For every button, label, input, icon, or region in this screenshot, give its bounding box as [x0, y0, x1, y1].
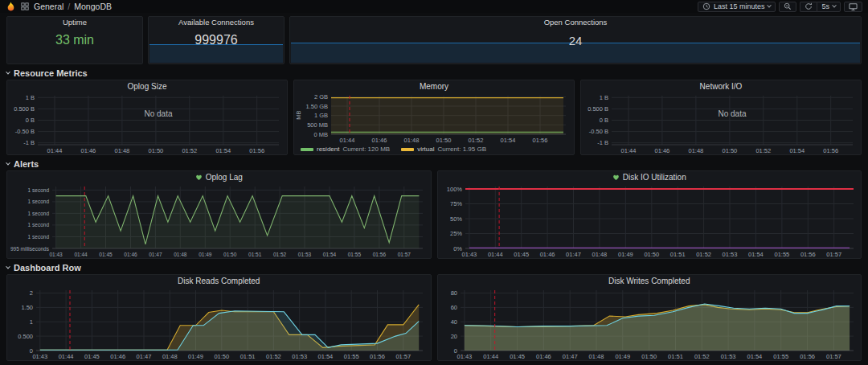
svg-text:0.500 B: 0.500 B — [588, 105, 608, 113]
breadcrumb-folder[interactable]: General — [34, 2, 63, 11]
kiosk-mode-button[interactable] — [844, 2, 862, 12]
time-range-label: Last 15 minutes — [714, 3, 765, 10]
svg-text:0 B: 0 B — [600, 117, 608, 124]
disk-writes-chart[interactable]: 80604020001:4301:4401:4501:4601:4701:480… — [438, 286, 862, 360]
svg-text:01:55: 01:55 — [348, 252, 362, 257]
svg-text:01:49: 01:49 — [618, 251, 633, 258]
svg-text:01:46: 01:46 — [81, 147, 96, 154]
disk-reads-chart[interactable]: 21.5010.500001:4301:4401:4501:4601:4701:… — [7, 286, 431, 360]
alert-ok-heart-icon — [195, 174, 203, 181]
panel-oplog-size: Oplog Size 1 B0.500 B0 B-0.50 B-1 B01:44… — [6, 80, 288, 155]
svg-text:01:51: 01:51 — [669, 251, 685, 258]
chevron-down-icon — [6, 70, 10, 75]
svg-text:01:53: 01:53 — [720, 353, 735, 360]
svg-text:50%: 50% — [449, 215, 461, 223]
panel-title-text: Disk Writes Completed — [608, 277, 690, 285]
panel-title-oplog-size[interactable]: Oplog Size — [7, 80, 287, 92]
zoom-out-button[interactable] — [779, 2, 796, 12]
svg-text:1.50 GB: 1.50 GB — [305, 103, 328, 110]
svg-text:01:57: 01:57 — [826, 353, 841, 360]
panel-title-memory[interactable]: Memory — [294, 80, 574, 92]
panel-title-text: Oplog Size — [128, 82, 167, 91]
svg-text:01:51: 01:51 — [248, 252, 262, 257]
svg-text:01:54: 01:54 — [318, 353, 334, 360]
svg-text:01:54: 01:54 — [215, 147, 231, 154]
series-color-dash — [401, 148, 414, 151]
panel-title-disk-io-utilization[interactable]: Disk IO Utilization — [438, 171, 862, 182]
svg-text:01:43: 01:43 — [32, 353, 47, 360]
panel-title-network-io[interactable]: Network I/O — [581, 80, 861, 92]
panel-title-disk-reads[interactable]: Disk Reads Completed — [7, 275, 431, 286]
svg-text:01:55: 01:55 — [774, 251, 789, 258]
svg-text:01:49: 01:49 — [188, 353, 203, 360]
panel-oplog-lag: Oplog Lag 1 second1 second1 second1 seco… — [6, 170, 432, 259]
series-current-value: Current: 1.95 GB — [438, 146, 486, 153]
svg-text:01:46: 01:46 — [655, 147, 670, 154]
panel-available-connections: Available Connections 999976 — [148, 16, 285, 64]
svg-text:01:44: 01:44 — [621, 147, 637, 154]
svg-text:01:57: 01:57 — [398, 252, 411, 257]
row-toggle-resource-metrics[interactable]: Resource Metrics — [6, 68, 862, 78]
svg-text:No data: No data — [718, 109, 746, 118]
grafana-logo-icon[interactable] — [6, 2, 16, 12]
memory-chart[interactable]: 2 GB1.50 GB1 GB500 MB0 MB01:4401:4601:48… — [294, 92, 574, 144]
dashboard: Uptime 33 min Available Connections 9999… — [0, 13, 868, 361]
breadcrumb-separator: / — [68, 2, 70, 11]
refresh-button[interactable] — [800, 2, 817, 12]
network-io-chart[interactable]: 1 B0.500 B0 B-0.50 B-1 B01:4401:4601:480… — [581, 92, 861, 154]
svg-text:2: 2 — [30, 289, 33, 297]
alert-ok-heart-icon — [612, 174, 620, 181]
legend-item-virtual[interactable]: virtual Current: 1.95 GB — [401, 146, 486, 153]
svg-text:No data: No data — [144, 109, 172, 118]
legend-item-resident[interactable]: resident Current: 120 MB — [301, 146, 390, 153]
zoom-out-icon — [784, 2, 792, 10]
svg-text:01:52: 01:52 — [182, 147, 197, 154]
chevron-down-icon — [6, 161, 10, 166]
row-toggle-alerts[interactable]: Alerts — [6, 159, 862, 169]
time-range-picker[interactable]: Last 15 minutes — [698, 2, 776, 12]
svg-text:01:45: 01:45 — [99, 252, 113, 257]
row-title: Alerts — [14, 159, 39, 169]
panel-title-oplog-lag[interactable]: Oplog Lag — [7, 171, 431, 182]
oplog-size-chart[interactable]: 1 B0.500 B0 B-0.50 B-1 B01:4401:4601:480… — [7, 92, 287, 154]
svg-text:0.500: 0.500 — [18, 333, 33, 340]
stat-value: 999976 — [149, 17, 284, 64]
svg-text:01:44: 01:44 — [340, 137, 355, 144]
panel-title-disk-writes[interactable]: Disk Writes Completed — [438, 275, 862, 286]
svg-text:01:50: 01:50 — [436, 137, 452, 144]
alerts-panels: Oplog Lag 1 second1 second1 second1 seco… — [6, 170, 862, 259]
svg-text:0.500 B: 0.500 B — [14, 105, 35, 113]
svg-text:995 milliseconds: 995 milliseconds — [10, 246, 50, 252]
svg-text:01:56: 01:56 — [800, 251, 815, 258]
chevron-down-icon — [768, 3, 772, 8]
svg-text:01:50: 01:50 — [149, 147, 164, 154]
svg-text:01:53: 01:53 — [292, 353, 307, 360]
memory-legend: resident Current: 120 MB virtual Current… — [294, 144, 574, 154]
svg-text:01:56: 01:56 — [800, 353, 815, 360]
svg-text:01:47: 01:47 — [137, 353, 152, 360]
dashboards-grid-icon[interactable] — [21, 2, 29, 10]
refresh-interval-picker[interactable]: 5s — [817, 2, 841, 12]
dashboard-row-panels: Disk Reads Completed 21.5010.500001:4301… — [6, 274, 862, 361]
svg-text:01:44: 01:44 — [487, 251, 502, 258]
svg-text:01:45: 01:45 — [84, 353, 100, 360]
panel-title-text: Disk IO Utilization — [623, 173, 686, 182]
disk-io-utilization-chart[interactable]: 100%75%50%25%0%01:4301:4401:4501:4601:47… — [438, 182, 862, 258]
svg-text:1 second: 1 second — [28, 211, 50, 216]
panel-uptime: Uptime 33 min — [6, 16, 143, 64]
oplog-lag-chart[interactable]: 1 second1 second1 second1 second1 second… — [7, 182, 431, 258]
svg-text:01:56: 01:56 — [370, 353, 385, 360]
svg-text:40: 40 — [450, 318, 457, 326]
svg-text:01:55: 01:55 — [344, 353, 359, 360]
stat-value: 24 — [290, 17, 861, 64]
svg-text:01:43: 01:43 — [457, 353, 472, 360]
svg-text:20: 20 — [450, 333, 457, 340]
breadcrumb-dashboard[interactable]: MongoDB — [74, 2, 112, 11]
svg-text:01:55: 01:55 — [773, 353, 788, 360]
svg-text:01:51: 01:51 — [240, 353, 256, 360]
svg-text:1 B: 1 B — [600, 94, 608, 101]
row-toggle-dashboard-row[interactable]: Dashboard Row — [6, 263, 862, 273]
breadcrumb: General / MongoDB — [34, 2, 112, 11]
monitor-icon — [849, 2, 858, 11]
svg-text:01:49: 01:49 — [615, 353, 630, 360]
